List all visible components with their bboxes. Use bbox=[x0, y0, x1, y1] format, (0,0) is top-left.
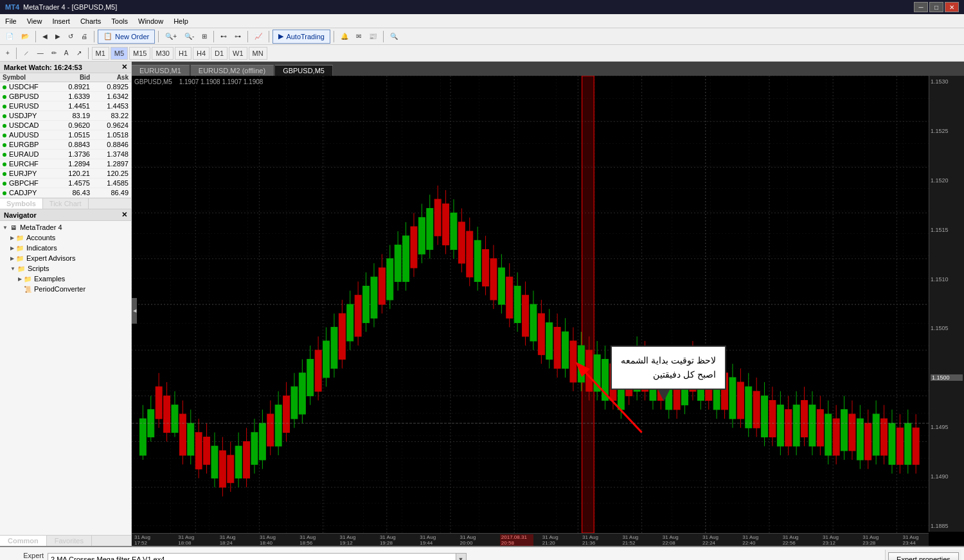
mail-button[interactable]: ✉ bbox=[353, 30, 364, 44]
market-watch-row[interactable]: GBPCHF1.45751.4585 bbox=[0, 179, 131, 188]
tb-sep9 bbox=[16, 48, 17, 59]
text-button[interactable]: A bbox=[61, 46, 72, 60]
market-watch-row[interactable]: USDCHF0.89210.8925 bbox=[0, 82, 131, 92]
navigator-close[interactable]: ✕ bbox=[121, 211, 127, 219]
zoom-out-button[interactable]: 🔍- bbox=[181, 30, 197, 44]
forward-button[interactable]: ▶ bbox=[52, 30, 64, 44]
tree-arrow-scripts: ▼ bbox=[10, 266, 15, 272]
autoscroll-button[interactable]: ⊶ bbox=[231, 30, 244, 44]
time-highlighted: 2017.08.31 20:58 bbox=[500, 534, 533, 546]
chart-tab-gbpusd-m5[interactable]: GBPUSD,M5 bbox=[275, 65, 333, 76]
print-button[interactable]: 🖨 bbox=[78, 30, 91, 44]
hline-button[interactable]: — bbox=[34, 46, 47, 60]
search-button[interactable]: 🔍 bbox=[387, 30, 401, 44]
crosshair-button[interactable]: + bbox=[3, 46, 13, 60]
market-watch-row[interactable]: GBPUSD1.63391.6342 bbox=[0, 92, 131, 101]
time-5: 31 Aug 18:56 bbox=[299, 534, 323, 546]
market-watch-row[interactable]: EURAUD1.37361.3748 bbox=[0, 150, 131, 159]
autotrading-icon: ▶ bbox=[278, 32, 283, 40]
market-watch-row[interactable]: AUDUSD1.05151.0518 bbox=[0, 130, 131, 140]
balloon-line2: اصبح كل دفيقتين bbox=[621, 367, 716, 381]
nav-item-examples[interactable]: ▶ 📁 Examples bbox=[0, 274, 131, 284]
right-buttons: Expert properties bbox=[885, 550, 961, 560]
nav-tab-favorites[interactable]: Favorites bbox=[47, 536, 92, 546]
draw-button[interactable]: ✏ bbox=[48, 46, 60, 60]
nav-label-mt4: MetaTrader 4 bbox=[20, 223, 62, 231]
minimize-button[interactable]: ─ bbox=[914, 2, 928, 12]
nav-item-expert-advisors[interactable]: ▶ 📁 Expert Advisors bbox=[0, 253, 131, 263]
balloon-arrow-shape bbox=[657, 389, 670, 401]
period-h1[interactable]: H1 bbox=[175, 47, 192, 60]
indicator-button[interactable]: 📈 bbox=[251, 30, 265, 44]
time-1: 31 Aug 17:52 bbox=[134, 534, 157, 546]
menu-help[interactable]: Help bbox=[168, 14, 193, 28]
market-watch-row[interactable]: USDCAD0.96200.9624 bbox=[0, 121, 131, 130]
period-m1[interactable]: M1 bbox=[92, 47, 109, 60]
nav-item-accounts[interactable]: ▶ 📁 Accounts bbox=[0, 232, 131, 243]
chart-shift-button[interactable]: ⊷ bbox=[217, 30, 230, 44]
market-watch-row[interactable]: EURJPY120.21120.25 bbox=[0, 169, 131, 179]
period-d1[interactable]: D1 bbox=[211, 47, 228, 60]
back-button[interactable]: ◀ bbox=[39, 30, 51, 44]
tree-arrow-indicators: ▶ bbox=[10, 245, 14, 251]
time-3: 31 Aug 18:24 bbox=[220, 534, 243, 546]
price-2: 1.1525 bbox=[931, 128, 963, 134]
menu-charts[interactable]: Charts bbox=[75, 14, 106, 28]
price-4: 1.1515 bbox=[931, 227, 963, 233]
market-watch-row[interactable]: USDJPY83.1983.22 bbox=[0, 111, 131, 121]
period-m30[interactable]: M30 bbox=[152, 47, 173, 60]
annotation-balloon: لاحظ توقيت بداية الشمعه اصبح كل دفيقتين bbox=[611, 346, 726, 390]
refresh-button[interactable]: ↺ bbox=[65, 30, 76, 44]
svg-rect-22 bbox=[582, 76, 594, 533]
autotrading-button[interactable]: ▶ AutoTrading bbox=[272, 30, 330, 44]
side-scroll-button[interactable]: ◀ bbox=[132, 298, 137, 324]
new-order-button[interactable]: 📋 New Order bbox=[98, 30, 155, 44]
line-button[interactable]: ⟋ bbox=[20, 46, 33, 60]
nav-item-mt4[interactable]: ▼ 🖥 MetaTrader 4 bbox=[0, 222, 131, 232]
candlestick-chart bbox=[132, 76, 929, 533]
menu-window[interactable]: Window bbox=[133, 14, 168, 28]
menu-file[interactable]: File bbox=[0, 14, 22, 28]
market-watch-row[interactable]: EURCHF1.28941.2897 bbox=[0, 159, 131, 169]
nav-item-period-converter[interactable]: ▶ 📜 PeriodConverter bbox=[0, 284, 131, 294]
period-mn[interactable]: MN bbox=[249, 47, 267, 60]
nav-tab-common[interactable]: Common bbox=[0, 536, 47, 546]
period-h4[interactable]: H4 bbox=[193, 47, 210, 60]
period-m5[interactable]: M5 bbox=[111, 47, 128, 60]
mw-tab-tick[interactable]: Tick Chart bbox=[43, 198, 89, 209]
navigator-panel: Navigator ✕ ▼ 🖥 MetaTrader 4 ▶ 📁 Account… bbox=[0, 209, 131, 535]
market-watch-close[interactable]: ✕ bbox=[121, 63, 127, 71]
arrow-button[interactable]: ↗ bbox=[73, 46, 85, 60]
menu-view[interactable]: View bbox=[22, 14, 48, 28]
nav-item-scripts[interactable]: ▼ 📁 Scripts bbox=[0, 263, 131, 274]
tree-arrow-examples: ▶ bbox=[18, 276, 22, 282]
menu-insert[interactable]: Insert bbox=[47, 14, 75, 28]
close-button[interactable]: ✕ bbox=[945, 2, 959, 12]
news-button[interactable]: 📰 bbox=[366, 30, 380, 44]
market-watch-row[interactable]: CADJPY86.4386.49 bbox=[0, 188, 131, 198]
price-5: 1.1510 bbox=[931, 276, 963, 283]
alert-button[interactable]: 🔔 bbox=[337, 30, 352, 44]
market-watch-header: Market Watch: 16:24:53 ✕ bbox=[0, 62, 131, 73]
maximize-button[interactable]: □ bbox=[929, 2, 943, 12]
menu-tools[interactable]: Tools bbox=[106, 14, 133, 28]
zoom-in-button[interactable]: 🔍+ bbox=[162, 30, 180, 44]
open-button[interactable]: 📂 bbox=[18, 30, 32, 44]
period-m15[interactable]: M15 bbox=[129, 47, 150, 60]
menubar: File View Insert Charts Tools Window Hel… bbox=[0, 14, 964, 28]
toolbar1: 📄 📂 ◀ ▶ ↺ 🖨 📋 New Order 🔍+ 🔍- ⊞ ⊷ ⊶ 📈 ▶ … bbox=[0, 28, 964, 45]
market-watch-columns: Symbol Bid Ask bbox=[0, 73, 131, 82]
properties-button[interactable]: ⊞ bbox=[199, 30, 210, 44]
time-6: 31 Aug 19:12 bbox=[340, 534, 363, 546]
ea-dropdown-arrow[interactable]: ▼ bbox=[456, 553, 467, 560]
expert-properties-button[interactable]: Expert properties bbox=[888, 552, 959, 560]
nav-item-indicators[interactable]: ▶ 📁 Indicators bbox=[0, 243, 131, 253]
ea-input[interactable] bbox=[48, 553, 456, 560]
period-w1[interactable]: W1 bbox=[229, 47, 247, 60]
market-watch-row[interactable]: EURGBP0.88430.8846 bbox=[0, 140, 131, 150]
market-watch-row[interactable]: EURUSD1.44511.4453 bbox=[0, 101, 131, 111]
new-chart-button[interactable]: 📄 bbox=[3, 30, 17, 44]
mw-tab-symbols[interactable]: Symbols bbox=[0, 198, 43, 209]
chart-tab-eurusd-m2[interactable]: EURUSD,M2 (offline) bbox=[191, 65, 274, 76]
chart-tab-eurusd-m1[interactable]: EURUSD,M1 bbox=[132, 65, 190, 76]
